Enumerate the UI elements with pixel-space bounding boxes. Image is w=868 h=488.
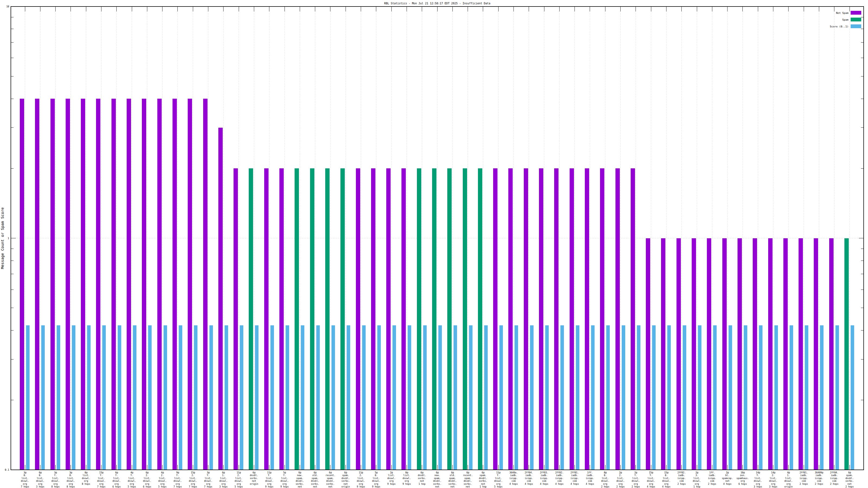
bar-score xyxy=(698,325,702,470)
x-tick-label: dnsbl. xyxy=(464,480,472,482)
bar-not-spam xyxy=(81,99,85,470)
bar-not-spam xyxy=(203,99,208,470)
x-tick-label: net xyxy=(725,480,730,482)
x-tick-label: net xyxy=(847,483,851,485)
x-tick-label: 4@ xyxy=(130,471,133,474)
x-tick-label: 0. xyxy=(375,474,378,477)
chart-canvas: 1010.13@0.list.dnswl.org7 hops6@0.list.d… xyxy=(0,0,868,488)
x-tick-label: dnswl. xyxy=(631,480,640,482)
bar-score xyxy=(576,325,579,470)
x-tick-label: Y. xyxy=(756,474,759,477)
x-tick-label: dnswl. xyxy=(82,477,90,480)
x-tick-label: 7 hops xyxy=(189,485,197,488)
x-tick-label: 3640a. xyxy=(509,471,518,474)
bar-score xyxy=(179,325,182,470)
x-tick-label: dnswl. xyxy=(662,480,671,482)
x-tick-label: origin xyxy=(784,485,793,488)
bar-score xyxy=(454,325,457,470)
x-tick-label: 0. xyxy=(39,474,41,477)
x-tick-label: org xyxy=(618,483,622,485)
x-tick-label: org xyxy=(99,483,103,485)
bar-not-spam xyxy=(722,238,727,470)
x-tick-label: 15@ xyxy=(649,471,653,474)
x-tick-label: list. xyxy=(754,477,762,480)
bar-score xyxy=(301,325,304,470)
bar-score xyxy=(713,325,717,470)
x-tick-label: 2 hops xyxy=(815,483,823,485)
x-tick-label: 15@ xyxy=(191,471,195,474)
bar-spam xyxy=(249,168,253,470)
x-tick-label: dnswl. xyxy=(265,480,273,482)
bar-not-spam xyxy=(356,168,360,470)
x-tick-label: 4 hops xyxy=(662,485,671,488)
bar-not-spam xyxy=(173,99,177,470)
x-tick-label: 8 hops xyxy=(82,483,90,485)
x-tick-label: spam. xyxy=(434,477,441,480)
bar-not-spam xyxy=(112,99,116,470)
x-tick-label: 5@ xyxy=(375,471,378,474)
x-tick-label: org xyxy=(359,483,363,485)
bar-score xyxy=(652,325,656,470)
x-tick-label: 6@ xyxy=(299,471,301,474)
x-tick-label: 2. xyxy=(146,474,148,477)
x-tick-label: list. xyxy=(358,477,365,480)
x-tick-label: 2ff03. xyxy=(540,471,549,474)
x-tick-label: dnswl. xyxy=(494,480,503,482)
bar-not-spam xyxy=(539,168,543,470)
x-tick-label: 2ff01. xyxy=(800,471,808,474)
x-tick-label: list. xyxy=(159,477,166,480)
rbl-statistics-chart: 1010.13@0.list.dnswl.org7 hops6@0.list.d… xyxy=(0,0,868,488)
x-tick-label: 2@ xyxy=(619,471,622,474)
bar-score xyxy=(805,325,808,470)
bar-score xyxy=(57,325,60,470)
x-tick-label: sorbs. xyxy=(448,483,457,485)
x-tick-label: iadb. xyxy=(571,474,578,477)
x-tick-label: 11@ xyxy=(237,471,241,474)
x-tick-label: list. xyxy=(403,474,410,477)
x-tick-label: 6@ xyxy=(222,471,225,474)
x-tick-label: Y. xyxy=(650,474,652,477)
legend-swatch xyxy=(850,24,861,28)
x-tick-label: spam. xyxy=(464,477,471,480)
x-tick-label: 2. xyxy=(237,474,240,477)
x-tick-label: Y. xyxy=(497,474,500,477)
x-tick-label: dnswl. xyxy=(280,480,289,482)
bar-not-spam xyxy=(554,168,558,470)
x-tick-label: 6@ xyxy=(314,471,316,474)
x-tick-label: list. xyxy=(98,477,105,480)
x-tick-label: isipp. xyxy=(509,477,518,480)
x-tick-label: 1 hop xyxy=(479,485,487,488)
bar-not-spam xyxy=(661,238,665,470)
bar-score xyxy=(240,325,243,470)
x-tick-label: list. xyxy=(388,474,395,477)
x-tick-label: 2. xyxy=(360,474,362,477)
x-tick-label: spam. xyxy=(327,477,334,480)
x-tick-label: dnswl. xyxy=(204,480,212,482)
x-tick-label: 2 hops xyxy=(800,483,808,485)
x-tick-label: sorbs. xyxy=(250,477,258,480)
bar-score xyxy=(72,325,75,470)
x-tick-label: 3@ xyxy=(54,471,57,474)
x-tick-label: 10@ xyxy=(741,471,745,474)
x-tick-label: 11@ xyxy=(267,471,271,474)
x-tick-label: com xyxy=(527,480,531,482)
x-tick-label: 2ff04. xyxy=(525,471,533,474)
x-tick-label: 9@ xyxy=(176,471,179,474)
x-tick-label: org xyxy=(389,480,393,482)
x-tick-label: sorbs. xyxy=(433,483,442,485)
y-tick-label: 10 xyxy=(6,5,9,8)
x-tick-label: net xyxy=(420,480,424,482)
x-tick-label: dnswl. xyxy=(372,480,380,482)
x-tick-label: sorbs. xyxy=(326,483,335,485)
bar-spam xyxy=(463,168,467,470)
bar-score xyxy=(667,325,671,470)
x-tick-label: list. xyxy=(601,477,609,480)
x-tick-label: org xyxy=(603,483,607,485)
x-tick-label: 0@ xyxy=(85,471,87,474)
x-tick-label: 5 hops xyxy=(128,485,136,488)
x-tick-label: list. xyxy=(648,477,654,480)
x-tick-label: org xyxy=(267,483,271,485)
x-tick-label: dnsbl. xyxy=(433,480,442,482)
x-tick-label: spam. xyxy=(479,474,487,477)
x-tick-label: 4 hops xyxy=(570,483,579,485)
